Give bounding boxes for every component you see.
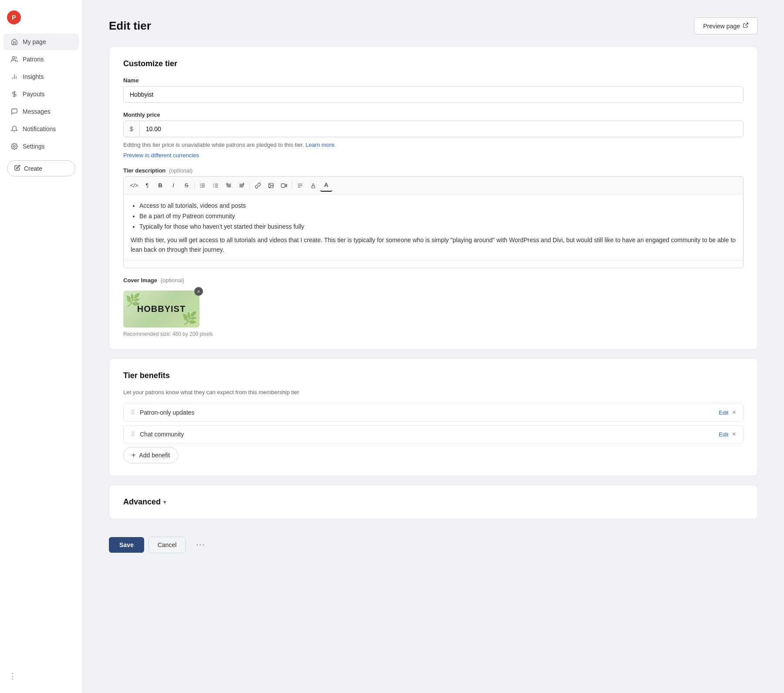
description-editor[interactable]: </> ¶ B I S 1.2.3. [123,176,743,269]
page-header: Edit tier Preview page [109,17,758,34]
benefit-edit-button-1[interactable]: Edit [719,409,728,416]
toolbar-code-button[interactable]: </> [128,179,140,192]
external-link-icon [743,22,749,30]
advanced-section-title: Advanced [123,497,161,507]
toolbar-bullet-list-button[interactable] [196,179,209,192]
description-bullet-3: Typically for those who haven't yet star… [139,222,736,231]
benefit-label-1: Patron-only updates [140,409,719,416]
sidebar-more-options[interactable]: ⋮ [0,666,82,686]
toolbar-strikethrough-button[interactable]: S [180,179,193,192]
add-benefit-label: Add benefit [139,452,170,459]
toolbar-link-button[interactable] [252,179,264,192]
description-body-text: With this tier, you will get access to a… [131,235,736,255]
description-bullet-2: Be a part of my Patreon community [139,211,736,221]
svg-point-7 [200,183,201,184]
preview-page-button[interactable]: Preview page [694,17,758,34]
logo-icon: P [7,10,21,24]
toolbar-underline-button[interactable]: A [307,179,319,192]
svg-point-0 [12,57,14,59]
toolbar-indent-button[interactable] [236,179,248,192]
cancel-button[interactable]: Cancel [149,537,186,553]
sidebar-item-label: Notifications [23,125,56,132]
benefit-item-1: ⠿ Patron-only updates Edit × [123,403,743,422]
toolbar-align-button[interactable] [294,179,306,192]
cover-image-wrapper: 🌿 HOBBYIST 🌿 × [123,291,199,328]
benefits-section-title: Tier benefits [123,371,743,380]
sidebar-item-notifications[interactable]: Notifications [3,121,79,137]
drag-handle-icon[interactable]: ⠿ [131,409,135,416]
sidebar-item-my-page[interactable]: My page [3,34,79,50]
main-content: Edit tier Preview page Customize tier Na… [83,0,784,693]
benefits-section-subtitle: Let your patrons know what they can expe… [123,389,743,396]
name-field-group: Name [123,77,743,103]
sidebar-item-label: My page [23,38,46,45]
price-field: $ [123,121,743,137]
svg-point-5 [14,145,15,147]
toolbar-divider-2 [250,182,250,189]
cover-image-hint: Recommended size: 460 by 200 pixels [123,331,743,337]
editor-resize-handle [124,260,743,268]
sidebar-item-label: Messages [23,108,51,115]
benefit-remove-button-2[interactable]: × [732,431,736,438]
users-icon [10,55,18,63]
drag-handle-icon[interactable]: ⠿ [131,431,135,438]
toolbar-paragraph-button[interactable]: ¶ [141,179,153,192]
editor-toolbar: </> ¶ B I S 1.2.3. [124,177,743,195]
benefit-remove-button-1[interactable]: × [732,409,736,416]
add-benefit-button[interactable]: + Add benefit [123,447,178,463]
benefit-label-2: Chat community [140,431,719,438]
svg-point-8 [200,185,201,186]
toolbar-divider-1 [194,182,195,189]
more-options-button[interactable]: ··· [190,536,211,554]
svg-marker-29 [285,184,287,187]
toolbar-italic-button[interactable]: I [167,179,179,192]
toolbar-image-button[interactable] [265,179,277,192]
price-label: Monthly price [123,112,743,118]
toolbar-outdent-button[interactable] [223,179,235,192]
cover-label: Cover Image (optional) [123,277,743,284]
benefit-edit-button-2[interactable]: Edit [719,431,728,438]
name-input[interactable] [123,86,743,103]
description-bullet-1: Access to all tutorials, videos and post… [139,201,736,210]
sidebar-item-patrons[interactable]: Patrons [3,51,79,68]
sidebar-item-label: Payouts [23,91,45,98]
preview-currencies-link[interactable]: Preview in different currencies [123,152,743,159]
create-button[interactable]: Create [7,160,75,176]
description-label: Tier description (optional) [123,167,743,174]
sidebar-item-settings[interactable]: Settings [3,138,79,155]
price-input[interactable] [140,121,743,137]
sidebar-item-payouts[interactable]: Payouts [3,86,79,102]
sidebar-nav: My page Patrons Insights [0,33,82,666]
toolbar-bold-button[interactable]: B [154,179,166,192]
svg-text:3.: 3. [213,186,214,188]
editor-content-area[interactable]: Access to all tutorials, videos and post… [124,195,743,261]
currency-symbol: $ [124,121,140,137]
svg-rect-17 [215,185,218,186]
svg-rect-16 [215,183,218,184]
cover-image-preview: 🌿 HOBBYIST 🌿 [123,291,199,328]
benefit-actions-1: Edit × [719,409,736,416]
toolbar-video-button[interactable] [278,179,290,192]
svg-rect-12 [202,186,205,187]
customize-tier-card: Customize tier Name Monthly price $ Edit… [109,47,758,350]
page-title: Edit tier [109,19,151,33]
save-button[interactable]: Save [109,537,144,553]
benefit-actions-2: Edit × [719,431,736,438]
svg-rect-18 [215,186,218,187]
cover-image-remove-button[interactable]: × [194,287,203,296]
advanced-toggle[interactable]: Advanced ▾ [123,497,743,507]
message-icon [10,108,18,115]
bar-chart-icon [10,73,18,81]
sidebar-item-messages[interactable]: Messages [3,103,79,120]
tier-benefits-card: Tier benefits Let your patrons know what… [109,358,758,476]
toolbar-text-color-button[interactable]: A [320,179,332,192]
learn-more-link[interactable]: Learn more. [305,142,336,148]
svg-rect-11 [202,185,205,186]
toolbar-ordered-list-button[interactable]: 1.2.3. [210,179,222,192]
create-label: Create [24,165,42,172]
sidebar-item-label: Settings [23,143,45,150]
logo[interactable]: P [0,7,82,33]
sidebar-item-insights[interactable]: Insights [3,68,79,85]
sidebar-item-label: Patrons [23,56,44,63]
svg-rect-10 [202,183,205,184]
